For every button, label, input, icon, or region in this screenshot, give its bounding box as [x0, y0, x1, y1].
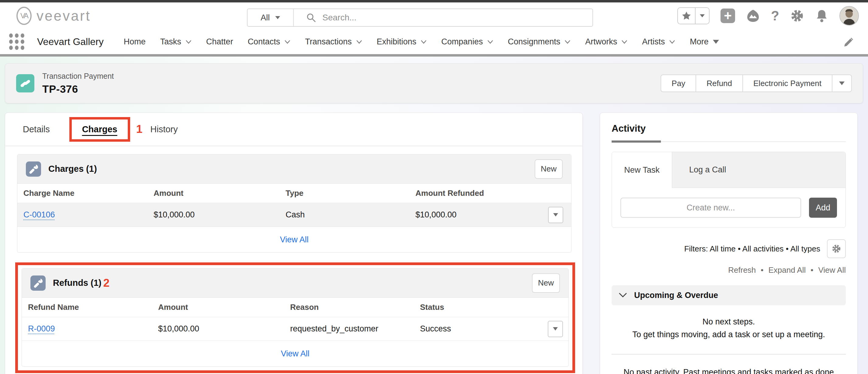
favorite-star-icon[interactable]	[678, 8, 695, 24]
veevart-logo: VA veevart	[17, 7, 91, 25]
charges-new-button[interactable]: New	[535, 159, 563, 179]
chevron-down-icon[interactable]	[284, 40, 290, 44]
nav-tab-consignments[interactable]: Consignments	[508, 37, 571, 46]
bullet-separator: •	[761, 266, 764, 275]
wrench-icon	[26, 161, 41, 177]
gear-icon	[832, 244, 841, 254]
filters-summary[interactable]: Filters: All time • All activities • All…	[684, 244, 820, 254]
app-name[interactable]: Veevart Gallery	[37, 36, 104, 48]
favorites-dropdown-icon[interactable]	[695, 8, 709, 24]
salesforce-screen: VA veevart All +	[0, 0, 868, 374]
search-input[interactable]	[322, 13, 592, 23]
chevron-down-icon[interactable]	[621, 40, 627, 44]
tab-log-a-call[interactable]: Log a Call	[672, 152, 845, 188]
search-scope-dropdown[interactable]: All	[248, 9, 294, 26]
annotation-box-2: Refunds (1) 2 New Refund Name Amount Rea…	[15, 262, 575, 373]
refunds-header: Refunds (1) 2 New	[22, 269, 568, 298]
activity-composer-box: New Task Log a Call Add	[612, 152, 846, 228]
nav-tab-artists[interactable]: Artists	[642, 37, 675, 46]
activity-title[interactable]: Activity	[612, 123, 646, 134]
edit-page-pencil-icon[interactable]	[844, 37, 854, 46]
nav-tab-chatter[interactable]: Chatter	[206, 37, 233, 46]
more-actions-dropdown[interactable]	[832, 74, 852, 92]
chevron-down-icon[interactable]	[564, 40, 570, 44]
pay-button[interactable]: Pay	[660, 74, 696, 92]
tab-details[interactable]: Details	[23, 124, 50, 134]
notifications-bell-icon[interactable]	[815, 9, 829, 23]
nav-tab-artworks[interactable]: Artworks	[585, 37, 627, 46]
refund-amount: $10,000.00	[158, 324, 290, 334]
new-task-composer: Add	[612, 188, 845, 227]
chevron-down-icon[interactable]	[356, 40, 362, 44]
search-scope-value: All	[261, 13, 270, 23]
wrench-icon	[30, 276, 45, 291]
quick-create-icon[interactable]: +	[720, 8, 735, 23]
refund-button[interactable]: Refund	[695, 74, 743, 92]
activity-tabs: New Task Log a Call	[612, 152, 845, 188]
chevron-down-icon[interactable]	[421, 40, 427, 44]
chevron-down-icon[interactable]	[186, 40, 192, 44]
refunds-table-header: Refund Name Amount Reason Status	[22, 298, 568, 317]
charge-record-link[interactable]: C-00106	[23, 210, 154, 220]
col-refund-name[interactable]: Refund Name	[28, 303, 158, 312]
row-actions-dropdown[interactable]	[548, 321, 563, 337]
activity-panel: Activity New Task Log a Call Add Filters…	[600, 113, 858, 374]
setup-gear-icon[interactable]	[790, 9, 804, 23]
record-highlights-panel: Transaction Payment TP-376 Pay Refund El…	[5, 63, 863, 103]
nav-tab-contacts[interactable]: Contacts	[248, 37, 290, 46]
refund-status: Success	[420, 324, 548, 334]
global-search[interactable]: All	[247, 8, 593, 27]
nav-tabs: Home Tasks Chatter Contacts Transactions…	[124, 37, 719, 46]
charges-view-all-link[interactable]: View All	[280, 235, 308, 245]
refunds-view-all-link[interactable]: View All	[281, 349, 309, 359]
nav-tab-more[interactable]: More	[690, 37, 719, 46]
header-utility-icons: + ?	[677, 2, 859, 29]
guidance-icon[interactable]	[746, 9, 760, 23]
annotation-number-2: 2	[103, 277, 110, 289]
add-button[interactable]: Add	[809, 198, 837, 218]
chevron-down-icon[interactable]	[487, 40, 493, 44]
activity-view-all-link[interactable]: View All	[818, 266, 846, 275]
col-charge-name[interactable]: Charge Name	[23, 189, 154, 198]
col-amount-refunded[interactable]: Amount Refunded	[415, 189, 543, 198]
caret-down-icon	[713, 40, 719, 44]
nav-tab-tasks[interactable]: Tasks	[160, 37, 192, 46]
electronic-payment-button[interactable]: Electronic Payment	[742, 74, 832, 92]
app-launcher-icon[interactable]	[9, 33, 24, 50]
refunds-new-button[interactable]: New	[532, 273, 560, 293]
help-icon[interactable]: ?	[771, 8, 779, 23]
upcoming-overdue-title: Upcoming & Overdue	[634, 291, 718, 300]
col-status[interactable]: Status	[420, 303, 548, 312]
tab-new-task[interactable]: New Task	[612, 152, 672, 188]
charge-amount: $10,000.00	[154, 210, 286, 220]
col-type[interactable]: Type	[286, 189, 415, 198]
nav-tab-transactions[interactable]: Transactions	[305, 37, 362, 46]
record-meta: Transaction Payment TP-376	[42, 72, 114, 95]
activity-links-row: Refresh • Expand All • View All	[612, 266, 846, 275]
chevron-down-icon[interactable]	[669, 40, 675, 44]
charges-view-all-row: View All	[17, 227, 571, 252]
user-avatar[interactable]	[839, 6, 859, 26]
upcoming-overdue-section[interactable]: Upcoming & Overdue	[612, 285, 846, 305]
col-amount[interactable]: Amount	[158, 303, 290, 312]
refresh-link[interactable]: Refresh	[728, 266, 756, 275]
refunds-title: Refunds (1)	[53, 278, 101, 288]
favorites-control[interactable]	[677, 7, 710, 24]
expand-all-link[interactable]: Expand All	[768, 266, 806, 275]
tab-history[interactable]: History	[150, 124, 178, 134]
table-row: C-00106 $10,000.00 Cash $10,000.00	[17, 203, 571, 227]
activity-filters-row: Filters: All time • All activities • All…	[612, 239, 846, 258]
create-new-input[interactable]	[620, 198, 801, 218]
charges-related-list: Charges (1) New Charge Name Amount Type …	[17, 154, 571, 253]
tab-charges[interactable]: Charges	[82, 124, 117, 134]
nav-tab-exhibitions[interactable]: Exhibitions	[377, 37, 427, 46]
transaction-payment-icon	[16, 74, 34, 92]
filters-gear-button[interactable]	[827, 239, 846, 258]
nav-tab-companies[interactable]: Companies	[441, 37, 493, 46]
col-reason[interactable]: Reason	[290, 303, 420, 312]
col-amount[interactable]: Amount	[154, 189, 286, 198]
refund-record-link[interactable]: R-0009	[28, 324, 158, 334]
row-actions-dropdown[interactable]	[548, 207, 563, 223]
nav-tab-home[interactable]: Home	[124, 37, 146, 46]
activity-title-row: Activity	[612, 123, 846, 142]
